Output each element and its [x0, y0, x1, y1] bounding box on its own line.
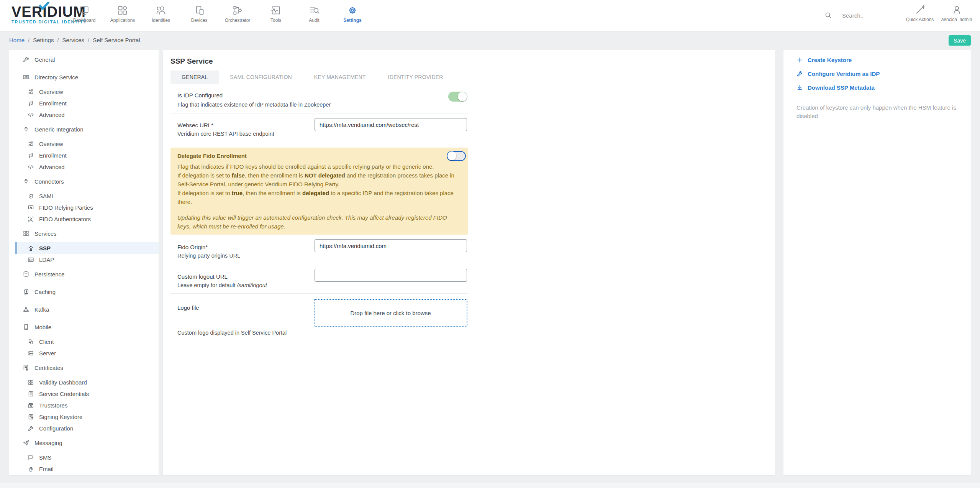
sidebar-item-ssp[interactable]: SSP: [15, 242, 159, 254]
breadcrumb-item-services[interactable]: Services: [62, 37, 85, 43]
nav-applications[interactable]: Applications: [103, 0, 142, 31]
main-panel: SSP Service GENERALSAML CONFIGURATIONKEY…: [163, 50, 775, 475]
fido-origin-input[interactable]: [315, 239, 467, 252]
configure-veridium-as-idp-link[interactable]: Configure Veridium as IDP: [796, 67, 960, 81]
actions-panel: Create KeystoreConfigure Veridium as IDP…: [783, 50, 971, 475]
sidebar-item-truststores[interactable]: Truststores: [9, 399, 159, 411]
sidebar-item-mobile[interactable]: Mobile: [9, 318, 159, 336]
sidebar-item-caching[interactable]: Caching: [9, 283, 159, 301]
sidebar-item-fido-relying-parties[interactable]: FIDO Relying Parties: [9, 202, 159, 213]
tab-general[interactable]: GENERAL: [170, 71, 219, 84]
nav-identities[interactable]: Identities: [142, 0, 180, 31]
sidebar-item-label: Configuration: [39, 425, 73, 432]
link-label: Configure Veridium as IDP: [808, 71, 880, 77]
personroof-icon: [28, 245, 34, 251]
sidebar-item-generic-integration[interactable]: Generic Integration: [9, 120, 159, 138]
enroll-icon: [28, 100, 34, 107]
sidebar-item-kafka[interactable]: Kafka: [9, 301, 159, 318]
nav-settings[interactable]: Settings: [333, 0, 372, 31]
logo-dropzone[interactable]: Drop file here or click to browse: [314, 299, 467, 327]
nav-devices[interactable]: Devices: [180, 0, 218, 31]
sidebar-item-sms[interactable]: SMS: [9, 452, 159, 463]
sidebar-item-advanced[interactable]: Advanced: [9, 109, 159, 120]
download-icon: [796, 84, 803, 91]
breadcrumb-item-settings[interactable]: Settings: [33, 37, 54, 43]
create-keystore-link[interactable]: Create Keystore: [796, 53, 960, 67]
sidebar-item-configuration[interactable]: Configuration: [9, 422, 159, 434]
ad-icon: AD: [23, 74, 29, 81]
main-nav: DashboardApplicationsIdentitiesDevicesOr…: [65, 0, 372, 31]
audit-icon: [308, 5, 320, 16]
link-label: Create Keystore: [808, 57, 852, 63]
sidebar-item-label: Generic Integration: [34, 126, 84, 133]
sidebar-item-label: FIDO Relying Parties: [39, 204, 93, 211]
sidebar-item-directory-service[interactable]: ADDirectory Service: [9, 68, 159, 86]
sidebar-item-services[interactable]: Services: [9, 225, 159, 242]
sidebar-item-advanced[interactable]: Advanced: [9, 161, 159, 173]
doclines-icon: [28, 391, 34, 397]
nav-label: Orchestrator: [225, 18, 251, 23]
tools-icon: [270, 5, 282, 16]
nodes-icon: [28, 141, 34, 147]
sidebar-item-connectors[interactable]: Connectors: [9, 173, 159, 190]
is-idp-configured-toggle[interactable]: [448, 92, 467, 102]
field-label: Custom logout URL: [177, 273, 228, 280]
download-ssp-metadata-link[interactable]: Download SSP Metadata: [796, 81, 960, 94]
at-icon: @: [28, 466, 34, 472]
personbrackets-icon: [28, 216, 34, 222]
sidebar-item-validity-dashboard[interactable]: Validity Dashboard: [9, 376, 159, 388]
sidebar-item-label: Connectors: [34, 178, 64, 185]
sidebar-item-fido-authenticators[interactable]: FIDO Authenticators: [9, 213, 159, 225]
search-input[interactable]: [822, 10, 899, 21]
sidebar-item-label: Server: [39, 350, 56, 357]
sidebar-item-signing-keystore[interactable]: Signing Keystore: [9, 411, 159, 422]
sidebar-item-certificates[interactable]: Certificates: [9, 359, 159, 376]
nodes-icon: [28, 89, 34, 95]
tab-key-management[interactable]: KEY MANAGEMENT: [303, 71, 377, 84]
keystore-hsm-note: Creation of keystore can only happen whe…: [796, 104, 960, 120]
field-label: Delegate Fido Enrollment: [177, 152, 461, 159]
field-custom-logout-url: Custom logout URL Leave empty for defaul…: [170, 264, 468, 294]
delegate-fido-description: Flag that indicates if FIDO keys should …: [177, 162, 461, 206]
sidebar-item-server[interactable]: Server: [9, 347, 159, 359]
delegate-fido-warning-box: Delegate Fido Enrollment Flag that indic…: [170, 148, 468, 235]
sidebar-item-overview[interactable]: Overview: [9, 138, 159, 150]
phone-icon: [23, 324, 29, 330]
svg-text:AD: AD: [25, 76, 28, 78]
nav-audit[interactable]: Audit: [295, 0, 333, 31]
nav-dashboard[interactable]: Dashboard: [65, 0, 103, 31]
sidebar-item-enrollment[interactable]: Enrollment: [9, 97, 159, 109]
breadcrumb-item-home[interactable]: Home: [9, 37, 25, 43]
wrench-icon: [796, 71, 803, 77]
nav-tools[interactable]: Tools: [257, 0, 295, 31]
tab-saml-configuration[interactable]: SAML CONFIGURATION: [219, 71, 303, 84]
sidebar-item-label: SAML: [39, 193, 55, 199]
sidebar-item-service-credentials[interactable]: Service Credentials: [9, 388, 159, 399]
devices-icon: [193, 5, 205, 16]
tab-identity-provider[interactable]: IDENTITY PROVIDER: [377, 71, 454, 84]
nav-orchestrator[interactable]: Orchestrator: [218, 0, 257, 31]
target-icon: [28, 193, 34, 199]
save-button[interactable]: Save: [949, 35, 971, 46]
custom-logout-url-input[interactable]: [315, 269, 467, 282]
nav-label: Audit: [309, 18, 319, 23]
user-menu[interactable]: aencica_admin: [936, 5, 978, 22]
sidebar-item-label: Enrollment: [39, 100, 67, 107]
sidebar-item-ldap[interactable]: LDAP: [9, 254, 159, 265]
sidebar-item-email[interactable]: @Email: [9, 463, 159, 475]
delegate-fido-toggle[interactable]: [447, 151, 466, 161]
websec-url-input[interactable]: [315, 118, 467, 131]
field-is-idp-configured: Is IDP Configured Flag that indicates ex…: [170, 89, 468, 113]
sidebar-item-messaging[interactable]: Messaging: [9, 434, 159, 452]
sidebar-item-enrollment[interactable]: Enrollment: [9, 150, 159, 161]
sidebar-item-general[interactable]: General: [9, 51, 159, 68]
sidebar-item-persistence[interactable]: Persistence: [9, 265, 159, 283]
sidebar-item-saml[interactable]: SAML: [9, 190, 159, 202]
wrench-icon: [28, 425, 34, 432]
sidebar-item-label: Enrollment: [39, 152, 67, 159]
sidebar-item-overview[interactable]: Overview: [9, 86, 159, 97]
code-icon: [28, 164, 34, 170]
link-label: Download SSP Metadata: [808, 84, 875, 91]
sidebar-item-client[interactable]: Client: [9, 336, 159, 347]
sidebar-item-label: FIDO Authenticators: [39, 216, 91, 222]
